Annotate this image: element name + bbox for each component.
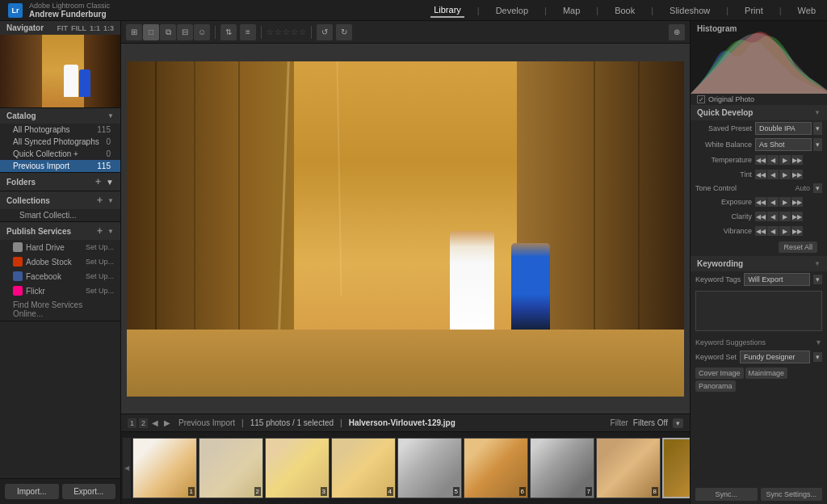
nav-1to3-btn[interactable]: 1:3 — [103, 24, 114, 32]
nav-develop[interactable]: Develop — [493, 4, 531, 17]
original-photo-checkbox[interactable]: ✓ — [697, 95, 705, 103]
star-3[interactable]: ☆ — [283, 27, 290, 36]
prev-photo-button[interactable]: ◀ — [150, 418, 160, 428]
nav-map[interactable]: Map — [560, 4, 583, 17]
nav-web[interactable]: Web — [795, 4, 819, 17]
collections-add-icon[interactable]: + — [97, 195, 103, 206]
hard-drive-setup-link[interactable]: Set Up... — [86, 243, 114, 251]
nav-library[interactable]: Library — [430, 3, 464, 18]
grid-view-button[interactable]: ⊞ — [126, 24, 142, 40]
star-4[interactable]: ☆ — [291, 27, 298, 36]
publish-adobe-stock[interactable]: Adobe Stock Set Up... — [0, 254, 120, 269]
exposure-inc-btn[interactable]: ▶ — [779, 197, 791, 207]
smart-collections-item[interactable]: Smart Collecti... — [0, 209, 120, 221]
catalog-previous-import[interactable]: Previous Import 115 — [0, 160, 120, 172]
tint-inc-btn[interactable]: ▶ — [779, 170, 791, 179]
nav-print[interactable]: Print — [741, 4, 766, 17]
temp-dec-btn[interactable]: ◀ — [767, 155, 779, 165]
tint-inc-large-btn[interactable]: ▶▶ — [791, 170, 803, 179]
export-button[interactable]: Export... — [62, 484, 116, 499]
keyword-textarea[interactable] — [695, 291, 822, 331]
saved-preset-arrow-btn[interactable]: ▾ — [813, 122, 822, 135]
publish-services-header[interactable]: Publish Services + ▼ — [0, 222, 120, 240]
import-button[interactable]: Import... — [5, 484, 59, 499]
white-balance-arrow-btn[interactable]: ▾ — [813, 138, 822, 151]
sync-button[interactable]: Sync... — [695, 488, 758, 501]
people-view-button[interactable]: ☺ — [194, 24, 210, 40]
exposure-dec-btn[interactable]: ◀ — [767, 197, 779, 207]
white-balance-dropdown[interactable]: As Shot — [755, 138, 812, 151]
publish-add-icon[interactable]: + — [97, 225, 103, 237]
nav-1to1-btn[interactable]: 1:1 — [90, 24, 100, 32]
temp-inc-large-btn[interactable]: ▶▶ — [791, 155, 803, 165]
star-1[interactable]: ☆ — [267, 27, 274, 36]
rotate-right-button[interactable]: ↻ — [336, 24, 352, 40]
thumbnail-3[interactable]: 3 — [265, 438, 330, 498]
thumbnail-9[interactable]: 9 — [662, 438, 690, 498]
cover-image-btn[interactable]: Cover Image — [695, 368, 744, 379]
clarity-inc-btn[interactable]: ▶ — [779, 212, 791, 221]
folders-header[interactable]: Folders + ▼ — [0, 173, 120, 191]
vibrance-dec-btn[interactable]: ◀ — [767, 226, 779, 236]
main-image-btn[interactable]: MainImage — [745, 368, 788, 379]
folders-add-icon[interactable]: + — [95, 176, 101, 187]
temp-dec-large-btn[interactable]: ◀◀ — [755, 155, 766, 165]
thumbnail-8[interactable]: 8 — [596, 438, 661, 498]
flickr-setup-link[interactable]: Set Up... — [86, 287, 114, 295]
exposure-dec-large-btn[interactable]: ◀◀ — [755, 197, 766, 207]
thumbnail-5[interactable]: 5 — [397, 438, 462, 498]
clarity-dec-large-btn[interactable]: ◀◀ — [755, 212, 766, 221]
facebook-setup-link[interactable]: Set Up... — [86, 272, 114, 280]
filter-button[interactable]: ≡ — [240, 24, 256, 40]
filter-dropdown-button[interactable]: ▾ — [673, 418, 683, 428]
nav-fit-btn[interactable]: FIT — [57, 24, 68, 32]
find-more-services-link[interactable]: Find More Services Online... — [0, 298, 120, 321]
adobe-stock-setup-link[interactable]: Set Up... — [86, 258, 114, 266]
keyword-set-dropdown[interactable]: Fundy Designer — [740, 351, 810, 363]
nav-fill-btn[interactable]: FILL — [71, 24, 86, 32]
page-1-indicator[interactable]: 1 — [128, 418, 136, 428]
keyword-tags-arrow-btn[interactable]: ▾ — [813, 275, 822, 284]
sync-settings-button[interactable]: Sync Settings... — [761, 488, 823, 501]
navigator-header[interactable]: Navigator FIT FILL 1:1 1:3 — [0, 21, 120, 35]
keyword-set-arrow-btn[interactable]: ▾ — [813, 352, 822, 362]
vibrance-inc-large-btn[interactable]: ▶▶ — [791, 226, 803, 236]
star-5[interactable]: ☆ — [299, 27, 306, 36]
publish-facebook[interactable]: Facebook Set Up... — [0, 269, 120, 284]
clarity-inc-large-btn[interactable]: ▶▶ — [791, 212, 803, 221]
vibrance-inc-btn[interactable]: ▶ — [779, 226, 791, 236]
thumbnail-1[interactable]: 1 — [132, 438, 197, 498]
collections-header[interactable]: Collections + ▼ — [0, 191, 120, 209]
nav-slideshow[interactable]: Slideshow — [666, 4, 713, 17]
vibrance-dec-large-btn[interactable]: ◀◀ — [755, 226, 766, 236]
thumbnail-2[interactable]: 2 — [199, 438, 263, 498]
survey-view-button[interactable]: ⊟ — [177, 24, 193, 40]
temp-inc-btn[interactable]: ▶ — [779, 155, 791, 165]
spray-button[interactable]: ⊕ — [669, 24, 685, 40]
page-2-indicator[interactable]: 2 — [139, 418, 148, 428]
keywording-header[interactable]: Keywording ▼ — [691, 256, 827, 271]
clarity-dec-btn[interactable]: ◀ — [767, 212, 779, 221]
keyword-tags-dropdown[interactable]: Will Export — [744, 273, 810, 286]
tint-dec-large-btn[interactable]: ◀◀ — [755, 170, 766, 179]
loupe-view-button[interactable]: □ — [143, 24, 159, 40]
thumbnail-4[interactable]: 4 — [331, 438, 396, 498]
tint-dec-btn[interactable]: ◀ — [767, 170, 779, 179]
catalog-all-photos[interactable]: All Photographs 115 — [0, 124, 120, 136]
next-photo-button[interactable]: ▶ — [162, 418, 172, 428]
publish-hard-drive[interactable]: Hard Drive Set Up... — [0, 240, 120, 254]
star-2[interactable]: ☆ — [275, 27, 282, 36]
quick-develop-header[interactable]: Quick Develop ▼ — [691, 105, 827, 120]
rotate-left-button[interactable]: ↺ — [317, 24, 333, 40]
reset-all-button[interactable]: Reset All — [779, 242, 817, 253]
saved-preset-dropdown[interactable]: Double IPA — [755, 122, 812, 135]
catalog-all-synced[interactable]: All Synced Photographs 0 — [0, 136, 120, 148]
publish-flickr[interactable]: Flickr Set Up... — [0, 284, 120, 298]
panorama-btn[interactable]: Panorama — [695, 380, 736, 392]
keyword-suggestions-header[interactable]: Keyword Suggestions ▼ — [691, 336, 827, 349]
thumbnail-7[interactable]: 7 — [530, 438, 594, 498]
catalog-quick-collection[interactable]: Quick Collection + 0 — [0, 148, 120, 160]
tone-control-dropdown-btn[interactable]: ▾ — [813, 183, 822, 193]
catalog-header[interactable]: Catalog ▼ — [0, 108, 120, 124]
exposure-inc-large-btn[interactable]: ▶▶ — [791, 197, 803, 207]
